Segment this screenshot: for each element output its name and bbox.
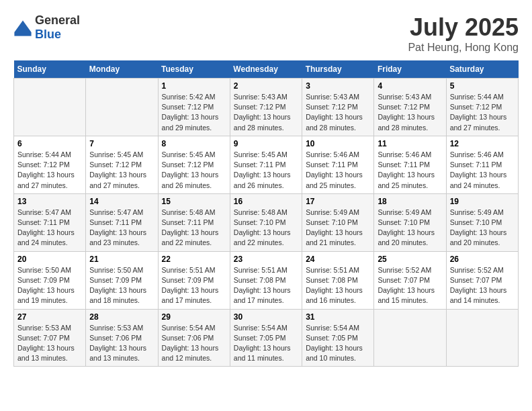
- svg-rect-1: [14, 32, 31, 36]
- day-number: 7: [89, 139, 154, 148]
- calendar-cell: 2Sunrise: 5:43 AMSunset: 7:12 PMDaylight…: [230, 79, 302, 136]
- day-header-friday: Friday: [374, 60, 446, 79]
- calendar-table: SundayMondayTuesdayWednesdayThursdayFrid…: [13, 60, 519, 367]
- day-number: 10: [306, 139, 370, 148]
- day-number: 14: [89, 197, 154, 206]
- calendar-cell: 26Sunrise: 5:52 AMSunset: 7:07 PMDayligh…: [446, 251, 518, 309]
- day-number: 26: [450, 255, 515, 264]
- day-detail: Sunrise: 5:52 AMSunset: 7:07 PMDaylight:…: [378, 265, 442, 306]
- day-header-wednesday: Wednesday: [230, 60, 302, 79]
- day-detail: Sunrise: 5:47 AMSunset: 7:11 PMDaylight:…: [89, 208, 154, 248]
- subtitle: Pat Heung, Hong Kong: [408, 42, 519, 54]
- day-number: 3: [306, 81, 370, 91]
- calendar-cell: 29Sunrise: 5:54 AMSunset: 7:06 PMDayligh…: [158, 309, 230, 367]
- day-detail: Sunrise: 5:44 AMSunset: 7:12 PMDaylight:…: [450, 92, 515, 133]
- day-detail: Sunrise: 5:54 AMSunset: 7:06 PMDaylight:…: [162, 323, 226, 364]
- calendar-cell: 14Sunrise: 5:47 AMSunset: 7:11 PMDayligh…: [86, 193, 158, 251]
- calendar-week-row: 1Sunrise: 5:42 AMSunset: 7:12 PMDaylight…: [14, 79, 519, 136]
- day-detail: Sunrise: 5:47 AMSunset: 7:11 PMDaylight:…: [17, 208, 82, 248]
- logo: General Blue: [13, 13, 80, 42]
- day-detail: Sunrise: 5:53 AMSunset: 7:07 PMDaylight:…: [17, 323, 82, 364]
- day-number: 9: [234, 139, 298, 148]
- calendar-cell: [374, 309, 446, 367]
- day-number: 15: [162, 197, 226, 206]
- calendar-cell: 11Sunrise: 5:46 AMSunset: 7:11 PMDayligh…: [374, 136, 446, 193]
- calendar-cell: 6Sunrise: 5:44 AMSunset: 7:12 PMDaylight…: [14, 136, 86, 193]
- logo-icon: [13, 18, 32, 37]
- calendar-cell: 15Sunrise: 5:48 AMSunset: 7:11 PMDayligh…: [158, 193, 230, 251]
- day-header-tuesday: Tuesday: [158, 60, 230, 79]
- day-detail: Sunrise: 5:49 AMSunset: 7:10 PMDaylight:…: [378, 208, 442, 248]
- title-area: July 2025 Pat Heung, Hong Kong: [408, 13, 519, 54]
- day-detail: Sunrise: 5:49 AMSunset: 7:10 PMDaylight:…: [450, 208, 515, 248]
- calendar-cell: 7Sunrise: 5:45 AMSunset: 7:12 PMDaylight…: [86, 136, 158, 193]
- day-detail: Sunrise: 5:53 AMSunset: 7:06 PMDaylight:…: [89, 323, 154, 364]
- calendar-cell: [446, 309, 518, 367]
- day-number: 16: [234, 197, 298, 206]
- day-header-monday: Monday: [86, 60, 158, 79]
- day-detail: Sunrise: 5:46 AMSunset: 7:11 PMDaylight:…: [450, 150, 515, 191]
- day-detail: Sunrise: 5:49 AMSunset: 7:10 PMDaylight:…: [306, 208, 370, 248]
- day-detail: Sunrise: 5:45 AMSunset: 7:11 PMDaylight:…: [234, 150, 298, 191]
- day-number: 24: [306, 255, 370, 264]
- calendar-cell: [14, 79, 86, 136]
- calendar-cell: [86, 79, 158, 136]
- day-number: 4: [378, 81, 442, 91]
- day-detail: Sunrise: 5:50 AMSunset: 7:09 PMDaylight:…: [89, 265, 154, 306]
- calendar-cell: 8Sunrise: 5:45 AMSunset: 7:12 PMDaylight…: [158, 136, 230, 193]
- day-detail: Sunrise: 5:51 AMSunset: 7:08 PMDaylight:…: [234, 265, 298, 306]
- day-detail: Sunrise: 5:43 AMSunset: 7:12 PMDaylight:…: [306, 92, 370, 133]
- calendar-cell: 27Sunrise: 5:53 AMSunset: 7:07 PMDayligh…: [14, 309, 86, 367]
- main-title: July 2025: [408, 13, 519, 42]
- day-header-thursday: Thursday: [302, 60, 374, 79]
- day-number: 23: [234, 255, 298, 264]
- day-number: 22: [162, 255, 226, 264]
- calendar-cell: 31Sunrise: 5:54 AMSunset: 7:05 PMDayligh…: [302, 309, 374, 367]
- calendar-cell: 4Sunrise: 5:43 AMSunset: 7:12 PMDaylight…: [374, 79, 446, 136]
- day-detail: Sunrise: 5:43 AMSunset: 7:12 PMDaylight:…: [378, 92, 442, 133]
- day-detail: Sunrise: 5:48 AMSunset: 7:10 PMDaylight:…: [234, 208, 298, 248]
- day-detail: Sunrise: 5:42 AMSunset: 7:12 PMDaylight:…: [162, 92, 226, 133]
- day-number: 30: [234, 312, 298, 322]
- svg-marker-0: [14, 21, 31, 33]
- day-number: 2: [234, 81, 298, 91]
- calendar-cell: 18Sunrise: 5:49 AMSunset: 7:10 PMDayligh…: [374, 193, 446, 251]
- day-detail: Sunrise: 5:52 AMSunset: 7:07 PMDaylight:…: [450, 265, 515, 306]
- calendar-cell: 9Sunrise: 5:45 AMSunset: 7:11 PMDaylight…: [230, 136, 302, 193]
- calendar-cell: 13Sunrise: 5:47 AMSunset: 7:11 PMDayligh…: [14, 193, 86, 251]
- header: General Blue July 2025 Pat Heung, Hong K…: [13, 13, 519, 54]
- day-number: 11: [378, 139, 442, 148]
- calendar-cell: 16Sunrise: 5:48 AMSunset: 7:10 PMDayligh…: [230, 193, 302, 251]
- calendar-cell: 28Sunrise: 5:53 AMSunset: 7:06 PMDayligh…: [86, 309, 158, 367]
- day-detail: Sunrise: 5:45 AMSunset: 7:12 PMDaylight:…: [89, 150, 154, 191]
- logo-general: General: [35, 13, 80, 27]
- day-number: 29: [162, 312, 226, 322]
- day-detail: Sunrise: 5:45 AMSunset: 7:12 PMDaylight:…: [162, 150, 226, 191]
- day-number: 6: [17, 139, 82, 148]
- calendar-cell: 3Sunrise: 5:43 AMSunset: 7:12 PMDaylight…: [302, 79, 374, 136]
- calendar-cell: 19Sunrise: 5:49 AMSunset: 7:10 PMDayligh…: [446, 193, 518, 251]
- logo-text: General Blue: [35, 13, 80, 42]
- calendar-week-row: 13Sunrise: 5:47 AMSunset: 7:11 PMDayligh…: [14, 193, 519, 251]
- day-number: 5: [450, 81, 515, 91]
- calendar-cell: 5Sunrise: 5:44 AMSunset: 7:12 PMDaylight…: [446, 79, 518, 136]
- calendar-cell: 1Sunrise: 5:42 AMSunset: 7:12 PMDaylight…: [158, 79, 230, 136]
- day-number: 21: [89, 255, 154, 264]
- calendar-cell: 22Sunrise: 5:51 AMSunset: 7:09 PMDayligh…: [158, 251, 230, 309]
- day-detail: Sunrise: 5:51 AMSunset: 7:08 PMDaylight:…: [306, 265, 370, 306]
- day-detail: Sunrise: 5:51 AMSunset: 7:09 PMDaylight:…: [162, 265, 226, 306]
- day-number: 27: [17, 312, 82, 322]
- calendar-cell: 24Sunrise: 5:51 AMSunset: 7:08 PMDayligh…: [302, 251, 374, 309]
- day-header-saturday: Saturday: [446, 60, 518, 79]
- day-number: 31: [306, 312, 370, 322]
- day-detail: Sunrise: 5:50 AMSunset: 7:09 PMDaylight:…: [17, 265, 82, 306]
- day-detail: Sunrise: 5:54 AMSunset: 7:05 PMDaylight:…: [306, 323, 370, 364]
- day-number: 19: [450, 197, 515, 206]
- day-number: 1: [162, 81, 226, 91]
- day-detail: Sunrise: 5:46 AMSunset: 7:11 PMDaylight:…: [306, 150, 370, 191]
- logo-blue: Blue: [35, 28, 61, 41]
- calendar-cell: 20Sunrise: 5:50 AMSunset: 7:09 PMDayligh…: [14, 251, 86, 309]
- day-number: 20: [17, 255, 82, 264]
- calendar-header-row: SundayMondayTuesdayWednesdayThursdayFrid…: [14, 60, 519, 79]
- day-number: 25: [378, 255, 442, 264]
